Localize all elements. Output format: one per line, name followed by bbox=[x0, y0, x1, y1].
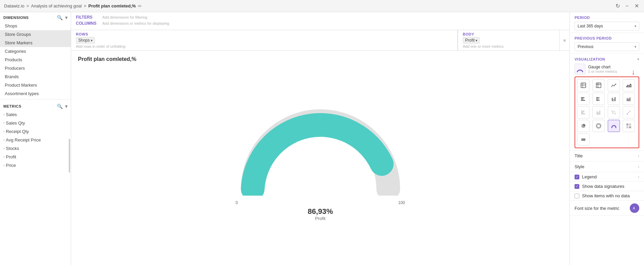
chart-type-bar-h1[interactable] bbox=[577, 93, 589, 105]
svg-marker-7 bbox=[626, 84, 631, 87]
sidebar-item-price[interactable]: › Price bbox=[0, 161, 71, 170]
svg-point-32 bbox=[612, 112, 614, 114]
show-data-signatures-checkbox[interactable]: ✓ bbox=[575, 184, 579, 189]
chart-type-bar-v1[interactable] bbox=[608, 93, 620, 105]
viz-expand-icon[interactable]: ▾ bbox=[637, 57, 639, 62]
breadcrumb-analysis[interactable]: Analysis of achieving goal bbox=[31, 3, 82, 8]
topbar-actions: ↻ − ✕ bbox=[614, 3, 640, 9]
prev-period-select[interactable]: Previous Same period last year Custom bbox=[575, 42, 639, 51]
chart-type-area[interactable] bbox=[623, 79, 635, 91]
svg-rect-29 bbox=[597, 111, 598, 115]
rows-tag[interactable]: Shops ▾ bbox=[76, 37, 95, 44]
viz-name: Gauge chart bbox=[588, 65, 617, 69]
svg-rect-21 bbox=[627, 98, 628, 99]
chart-type-empty3 bbox=[623, 133, 635, 146]
chart-type-bar-v2[interactable] bbox=[623, 93, 635, 105]
rows-bar: ROWS Shops ▾ Add rows in order of unfold… bbox=[71, 30, 569, 51]
show-data-signatures-row[interactable]: ✓ Show data signatures bbox=[570, 182, 644, 191]
period-label: PERIOD bbox=[575, 16, 639, 20]
show-data-signatures-label: Show data signatures bbox=[582, 184, 624, 189]
chart-type-scatter[interactable] bbox=[608, 106, 620, 118]
sidebar-item-sales[interactable]: › Sales bbox=[0, 110, 71, 119]
right-panel: PERIOD Last 365 days Last 30 days Last 7… bbox=[569, 12, 644, 265]
svg-rect-18 bbox=[613, 99, 614, 101]
show-no-data-checkbox[interactable] bbox=[575, 194, 579, 198]
sidebar-item-profit[interactable]: › Profit bbox=[0, 153, 71, 161]
chart-type-pivot[interactable] bbox=[593, 79, 605, 91]
scrollbar-thumb[interactable] bbox=[69, 139, 70, 173]
chart-type-single-value[interactable] bbox=[577, 133, 589, 146]
sidebar-item-receipt-qty[interactable]: › Receipt Qty bbox=[0, 127, 71, 136]
legend-checkbox[interactable]: ✓ bbox=[575, 175, 579, 179]
svg-rect-30 bbox=[598, 112, 599, 115]
topbar: Datawiz.io > Analysis of achieving goal … bbox=[0, 0, 644, 12]
period-select[interactable]: Last 365 days Last 30 days Last 7 days C… bbox=[575, 22, 639, 30]
style-row-label: Style bbox=[575, 164, 584, 169]
rows-section: ROWS Shops ▾ Add rows in order of unfold… bbox=[71, 30, 457, 50]
chart-type-table[interactable] bbox=[577, 79, 589, 91]
dimensions-search-icon[interactable]: 🔍 bbox=[57, 15, 63, 20]
body-tag-chevron: ▾ bbox=[476, 39, 477, 42]
svg-rect-20 bbox=[627, 99, 628, 101]
body-label: BODY bbox=[463, 32, 555, 36]
sidebar-item-shops[interactable]: Shops bbox=[0, 22, 71, 30]
config-area: FILTERS Add dimensions for filtering COL… bbox=[71, 12, 569, 30]
chart-type-bar-h2[interactable] bbox=[593, 93, 605, 105]
page-title: Profit plan comleted,% bbox=[88, 3, 136, 8]
dimensions-icons: 🔍 ▾ bbox=[57, 15, 67, 20]
gauge-min-label: 0 bbox=[236, 200, 238, 205]
sidebar-item-store-groups[interactable]: Store Groups bbox=[0, 30, 71, 39]
rows-menu-icon[interactable]: ≡ bbox=[559, 30, 569, 50]
metrics-search-icon[interactable]: 🔍 bbox=[57, 104, 63, 109]
svg-rect-31 bbox=[599, 111, 600, 115]
metrics-expand-icon[interactable]: ▾ bbox=[65, 104, 68, 109]
svg-rect-38 bbox=[629, 111, 630, 112]
svg-rect-22 bbox=[628, 99, 629, 101]
sidebar-item-categories[interactable]: Categories bbox=[0, 47, 71, 56]
viz-selected-icon bbox=[575, 64, 585, 74]
sidebar-item-avg-receipt-price[interactable]: › Avg Receipt Price bbox=[0, 136, 71, 144]
prev-period-section: PREVIOUS PERIOD Previous Same period las… bbox=[570, 33, 644, 53]
svg-rect-9 bbox=[581, 98, 583, 100]
sidebar-item-sales-qty[interactable]: › Sales Qty bbox=[0, 119, 71, 127]
refresh-icon[interactable]: ↻ bbox=[614, 3, 621, 9]
columns-label: COLUMNS bbox=[76, 21, 100, 26]
body-tag[interactable]: Profit ▾ bbox=[463, 37, 480, 44]
dimensions-expand-icon[interactable]: ▾ bbox=[65, 15, 68, 20]
viz-selected-info: Gauge chart 1 or more metrics bbox=[588, 65, 617, 73]
main-layout: DIMENSIONS 🔍 ▾ Shops Store Groups Store … bbox=[0, 12, 644, 265]
breadcrumb-sep2: > bbox=[84, 3, 86, 8]
viz-label: VISUALIZATION bbox=[575, 57, 605, 61]
breadcrumb-home[interactable]: Datawiz.io bbox=[4, 3, 24, 8]
sidebar-item-assortment-types[interactable]: Assortment types bbox=[0, 89, 71, 98]
sidebar-item-store-markers[interactable]: Store Markers bbox=[0, 39, 71, 47]
chart-type-table2[interactable] bbox=[623, 120, 635, 132]
legend-row[interactable]: ✓ Legend › bbox=[570, 172, 644, 182]
gauge-container: 0 100 86,93% Profit bbox=[78, 66, 563, 260]
dimensions-label: DIMENSIONS bbox=[3, 16, 29, 20]
chart-type-line[interactable] bbox=[608, 79, 620, 91]
show-no-data-row[interactable]: Show items with no data bbox=[570, 191, 644, 201]
title-row[interactable]: Title › bbox=[570, 151, 644, 161]
style-row[interactable]: Style › bbox=[570, 161, 644, 172]
sidebar-item-products[interactable]: Products bbox=[0, 56, 71, 64]
minimize-icon[interactable]: − bbox=[624, 3, 630, 9]
sidebar-item-brands[interactable]: Brands bbox=[0, 72, 71, 81]
chart-type-waterfall[interactable] bbox=[623, 106, 635, 118]
chart-type-donut[interactable] bbox=[593, 120, 605, 132]
font-size-icon[interactable]: A bbox=[630, 203, 639, 213]
chart-type-pie[interactable] bbox=[577, 120, 589, 132]
svg-rect-8 bbox=[581, 97, 584, 98]
chart-type-grid bbox=[577, 79, 637, 146]
chart-type-bar-h-d1[interactable] bbox=[577, 106, 589, 118]
edit-icon[interactable]: ✏ bbox=[138, 3, 142, 9]
chart-type-bar-h-d2[interactable] bbox=[593, 106, 605, 118]
sidebar-item-producers[interactable]: Producers bbox=[0, 64, 71, 72]
close-icon[interactable]: ✕ bbox=[633, 3, 640, 9]
sidebar-item-stocks[interactable]: › Stocks bbox=[0, 144, 71, 153]
svg-rect-28 bbox=[581, 113, 585, 114]
sidebar-item-product-markers[interactable]: Product Markers bbox=[0, 81, 71, 89]
chart-type-gauge[interactable] bbox=[608, 120, 620, 132]
svg-rect-17 bbox=[612, 98, 613, 101]
font-size-row[interactable]: Font size for the metric A bbox=[570, 201, 644, 216]
